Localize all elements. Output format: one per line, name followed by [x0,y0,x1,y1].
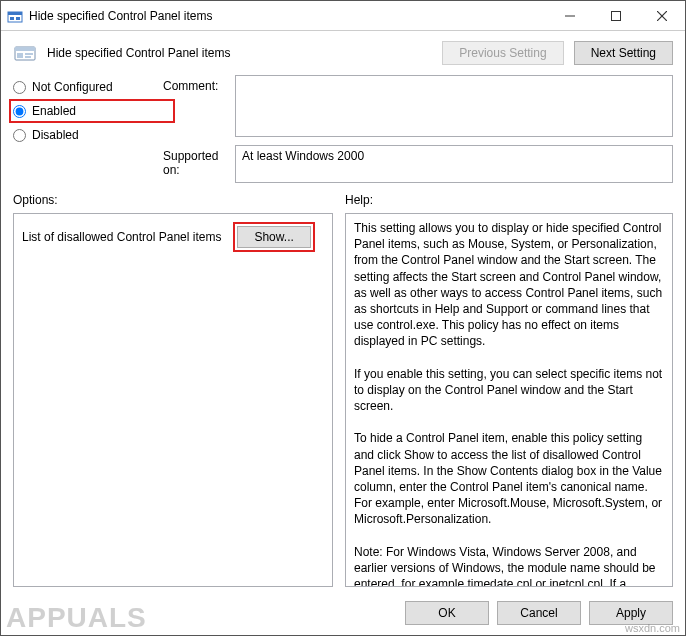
options-box: List of disallowed Control Panel items S… [13,213,333,587]
close-button[interactable] [639,1,685,31]
radio-not-configured-input[interactable] [13,81,26,94]
comment-input[interactable] [235,75,673,137]
lower-section: Options: List of disallowed Control Pane… [1,183,685,593]
radio-enabled-input[interactable] [13,105,26,118]
highlight-show: Show... [233,222,314,252]
option-item-label: List of disallowed Control Panel items [22,230,221,244]
help-label: Help: [345,189,673,213]
config-section: Not Configured Enabled Disabled Comment:… [1,71,685,183]
highlight-enabled: Enabled [9,99,175,123]
radio-disabled[interactable]: Disabled [13,127,153,143]
svg-rect-10 [17,53,23,58]
policy-name: Hide specified Control Panel items [47,46,230,60]
radio-disabled-label: Disabled [32,128,79,142]
svg-rect-12 [25,56,31,58]
help-column: Help: This setting allows you to display… [345,189,673,587]
window-title: Hide specified Control Panel items [29,9,212,23]
fields-col: Comment: Supported on: At least Windows … [163,75,673,183]
comment-label: Comment: [163,75,235,93]
titlebar: Hide specified Control Panel items [1,1,685,31]
window: Hide specified Control Panel items Hide … [0,0,686,636]
options-label: Options: [13,189,333,213]
help-text[interactable]: This setting allows you to display or hi… [345,213,673,587]
supported-on-value: At least Windows 2000 [235,145,673,183]
supported-label: Supported on: [163,145,235,177]
next-setting-button[interactable]: Next Setting [574,41,673,65]
svg-rect-3 [16,17,20,20]
svg-rect-11 [25,53,33,55]
policy-header: Hide specified Control Panel items Previ… [1,31,685,71]
footer: OK Cancel Apply [1,593,685,635]
radio-enabled[interactable]: Enabled [13,103,76,119]
options-column: Options: List of disallowed Control Pane… [13,189,333,587]
show-button[interactable]: Show... [237,226,310,248]
svg-rect-2 [10,17,14,20]
svg-rect-1 [8,12,22,15]
radio-not-configured[interactable]: Not Configured [13,79,153,95]
previous-setting-button: Previous Setting [442,41,563,65]
ok-button[interactable]: OK [405,601,489,625]
svg-rect-5 [612,11,621,20]
cancel-button[interactable]: Cancel [497,601,581,625]
radio-not-configured-label: Not Configured [32,80,113,94]
state-radio-group: Not Configured Enabled Disabled [13,75,153,183]
svg-rect-9 [15,47,35,51]
app-icon [7,8,23,24]
policy-icon [13,41,37,65]
radio-enabled-label: Enabled [32,104,76,118]
radio-disabled-input[interactable] [13,129,26,142]
minimize-button[interactable] [547,1,593,31]
option-row: List of disallowed Control Panel items S… [22,222,324,252]
apply-button[interactable]: Apply [589,601,673,625]
maximize-button[interactable] [593,1,639,31]
